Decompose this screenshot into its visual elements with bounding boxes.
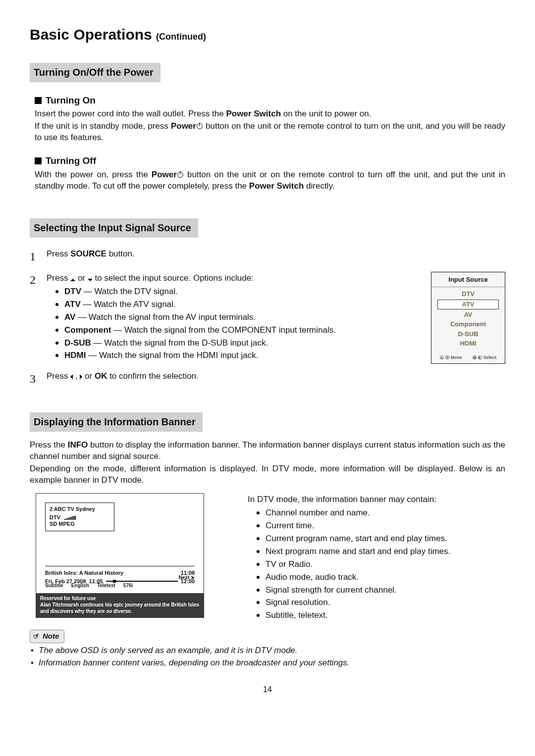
power-off-p1: With the power on, press the Power butto…	[35, 169, 505, 192]
osd-title: Input Source	[431, 272, 505, 287]
osd-item: AV	[434, 310, 502, 320]
osd-footer: ▲▼ Move ◀▶ Select	[431, 353, 505, 363]
progress-bar-icon	[106, 581, 178, 582]
page-title: Basic Operations (Continued)	[30, 25, 505, 45]
step-number: 3	[30, 371, 47, 387]
source-options-list: DTV — Watch the DTV signal. ATV — Watch …	[55, 286, 417, 362]
banner-top-box: 2 ABC TV Sydney DTV SD MPEG	[45, 503, 114, 531]
step-row: 2 Press or to select the input source. O…	[30, 272, 505, 364]
pointing-hand-icon: ☞	[32, 631, 41, 642]
step1-text: Press SOURCE button.	[47, 249, 505, 264]
banner-description: Reserved for future use Alan Titchmarsh …	[36, 593, 204, 617]
section-heading-source: Selecting the Input Signal Source	[30, 218, 198, 238]
list-item: Signal strength for current channel.	[257, 585, 505, 596]
power-on-p2: If the unit is in standby mode, press Po…	[35, 121, 505, 144]
info-p2: Depending on the mode, different informa…	[30, 463, 505, 486]
list-item: HDMI — Watch the signal from the HDMI in…	[55, 350, 417, 361]
title-continued: (Continued)	[156, 32, 206, 42]
section-heading-power: Turning On/Off the Power	[30, 63, 160, 82]
page-number: 14	[30, 684, 505, 695]
info-banner-mock: 2 ABC TV Sydney DTV SD MPEG British Isle…	[36, 493, 204, 618]
list-item: ATV — Watch the ATV signal.	[55, 299, 417, 310]
info-p1: Press the INFO button to display the inf…	[30, 440, 505, 462]
note-item: The above OSD is only served as an examp…	[31, 645, 505, 656]
list-item: D-SUB — Watch the signal from the D-SUB …	[55, 338, 417, 349]
list-item: Current time.	[257, 520, 505, 532]
notes-list: The above OSD is only served as an examp…	[31, 645, 505, 669]
osd-item: DTV	[434, 289, 502, 299]
info-right-lead: In DTV mode, the information banner may …	[248, 494, 505, 505]
power-icon	[177, 172, 183, 178]
osd-item: D-SUB	[434, 329, 502, 339]
banner-program: British Isles: A Natural History 11:08 F…	[45, 566, 195, 589]
note-label: ☞ Note	[30, 630, 64, 643]
signal-strength-icon	[64, 516, 76, 520]
list-item: Subtitle, teletext.	[257, 610, 505, 621]
osd-item: Component	[434, 319, 502, 329]
banner-program-name: British Isles: A Natural History	[45, 569, 123, 577]
step-number: 1	[30, 249, 47, 264]
power-on-p1: Insert the power cord into the wall outl…	[35, 108, 505, 120]
banner-channel: 2 ABC TV Sydney	[50, 506, 110, 513]
section-heading-info: Displaying the Information Banner	[30, 412, 203, 432]
osd-items: DTV ATV AV Component D-SUB HDMI	[431, 287, 505, 352]
list-item: Component — Watch the signal from the CO…	[55, 325, 417, 336]
list-item: AV — Watch the signal from the AV input …	[55, 312, 417, 323]
note-item: Information banner content varies, depen…	[31, 657, 505, 669]
step-row: 1 Press SOURCE button.	[30, 249, 505, 264]
power-icon	[197, 123, 203, 129]
list-item: Current program name, start and end play…	[257, 533, 505, 545]
banner-mode: DTV	[50, 514, 60, 521]
step-row: 3 Press , or OK to confirm the selection…	[30, 371, 505, 387]
subheading-turning-off: Turning Off	[30, 154, 505, 167]
list-item: Channel number and name.	[257, 507, 505, 519]
banner-codec: SD MPEG	[50, 521, 110, 528]
list-item: DTV — Watch the DTV signal.	[55, 286, 417, 298]
step2-text: Press or to select the input source. Opt…	[47, 272, 417, 363]
list-item: TV or Radio.	[257, 559, 505, 570]
title-main: Basic Operations	[30, 26, 152, 43]
down-arrow-icon	[88, 279, 93, 281]
info-contains-list: Channel number and name. Current time. C…	[257, 507, 505, 621]
list-item: Next program name and start and end play…	[257, 546, 505, 557]
step3-text: Press , or OK to confirm the selection.	[47, 371, 505, 387]
step-number: 2	[30, 272, 47, 364]
input-source-osd: Input Source DTV ATV AV Component D-SUB …	[431, 272, 505, 364]
osd-item: HDMI	[434, 339, 502, 349]
osd-item-selected: ATV	[437, 300, 499, 309]
up-arrow-icon	[70, 279, 75, 281]
subheading-turning-on: Turning On	[30, 94, 505, 107]
list-item: Audio mode, audio track.	[257, 572, 505, 583]
list-item: Signal resolution.	[257, 597, 505, 608]
